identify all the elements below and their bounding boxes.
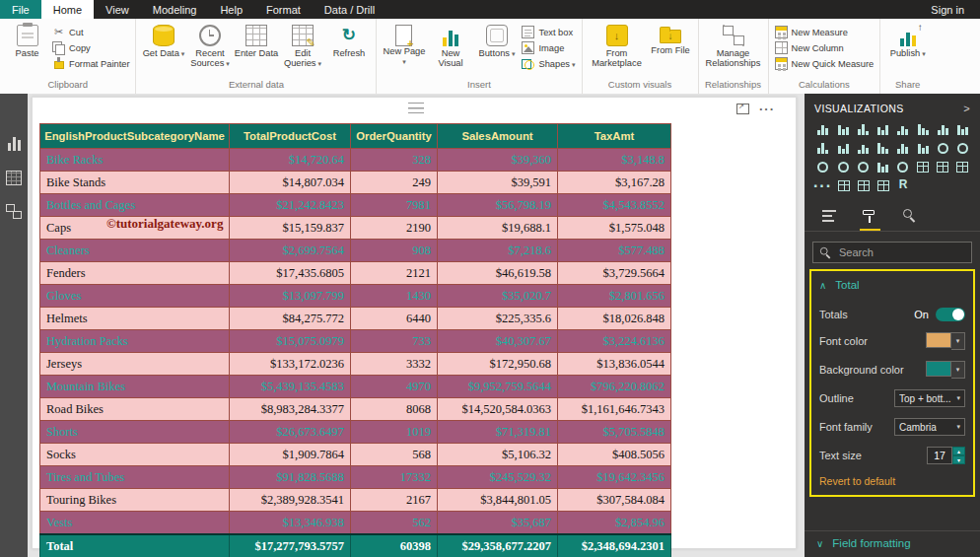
table-cell[interactable]: $91,828.5688 [230,466,351,489]
font-family-dropdown[interactable]: Cambria [894,418,965,436]
table-cell[interactable]: 1019 [351,421,438,444]
table-cell[interactable]: $13,346.938 [230,512,351,535]
table-cell[interactable]: $9,952,759.5644 [438,376,558,398]
sign-in-button[interactable]: Sign in [915,0,980,19]
text-size-input[interactable] [927,447,952,464]
table-cell[interactable]: 2190 [351,217,438,240]
table-cell[interactable]: $4,543.8552 [558,194,671,217]
table-cell[interactable]: $18,026.848 [558,308,671,330]
filled-map-icon[interactable] [855,159,872,173]
table-cell[interactable]: $8,983,284.3377 [230,398,351,421]
text-box-button[interactable]: Text box [522,26,575,38]
map-icon[interactable] [835,159,852,173]
background-color-picker[interactable] [926,361,965,379]
stacked-column-chart-icon[interactable] [835,121,852,135]
table-visual[interactable]: EnglishProductSubcategoryNameTotalProduc… [39,123,671,557]
treemap-icon[interactable] [813,159,832,173]
table-cell[interactable]: 2167 [351,489,438,512]
table-cell[interactable]: $35,020.7 [438,285,558,308]
table-cell[interactable]: Mountain Bikes [40,376,230,398]
revert-to-default-link[interactable]: Revert to default [819,475,965,487]
table-cell[interactable]: Helmets [40,308,230,330]
table-cell[interactable]: 249 [351,172,438,194]
table-cell[interactable]: 17332 [351,466,438,489]
r-script-icon[interactable] [894,177,911,191]
table-cell[interactable]: 1430 [351,285,438,308]
table-cell[interactable]: $5,705.5848 [558,421,671,444]
column-header[interactable]: TotalProductCost [230,124,351,149]
format-painter-button[interactable]: Format Painter [52,57,129,70]
tab-file[interactable]: File [0,0,41,19]
table-cell[interactable]: Bike Racks [40,149,230,172]
table-cell[interactable]: 4970 [351,376,438,398]
table-cell[interactable]: $3,148.8 [558,149,671,172]
table-cell[interactable]: Touring Bikes [40,489,230,512]
tab-modeling[interactable]: Modeling [141,0,209,19]
table-cell[interactable]: $13,097.799 [230,285,351,308]
ribbon-chart-icon[interactable] [875,140,891,154]
table-cell[interactable]: Tires and Tubes [40,466,230,489]
column-header[interactable]: OrderQuantity [351,124,438,149]
outline-dropdown[interactable]: Top + bott... [894,389,965,407]
column-header[interactable]: TaxAmt [558,124,671,149]
table-cell[interactable]: $172,950.68 [438,353,558,376]
table-cell[interactable]: $26,673.6497 [230,421,351,444]
table-cell[interactable]: $5,106.32 [438,444,558,466]
enter-data-button[interactable]: Enter Data [233,24,279,59]
tab-format[interactable]: Format [254,0,313,19]
table-cell[interactable]: $1,909.7864 [230,444,351,466]
font-color-picker[interactable] [926,332,965,350]
table-cell[interactable]: 908 [351,240,438,262]
table-cell[interactable]: 562 [351,512,438,535]
table-cell[interactable]: $14,720.64 [230,149,351,172]
table-cell[interactable]: $14,807.034 [230,172,351,194]
table-cell[interactable]: $225,335.6 [438,308,558,330]
data-view-button[interactable] [4,169,24,186]
table-cell[interactable]: $39,591 [438,172,558,194]
table-cell[interactable]: $796,220.8062 [558,376,671,398]
table-icon[interactable] [855,177,872,191]
table-cell[interactable]: Hydration Packs [40,330,230,353]
tab-home[interactable]: Home [41,0,94,19]
table-cell[interactable]: $133,172.0236 [230,353,351,376]
from-marketplace-button[interactable]: From Marketplace [587,24,648,70]
new-measure-button[interactable]: New Measure [775,26,875,38]
get-data-button[interactable]: Get Data [140,24,186,59]
table-cell[interactable]: Shorts [40,421,230,444]
table-cell[interactable]: Socks [40,444,230,466]
table-cell[interactable]: 328 [351,149,438,172]
table-cell[interactable]: $46,619.58 [438,262,558,285]
table-cell[interactable]: $56,798.19 [438,194,558,217]
table-cell[interactable]: Bike Stands [40,172,230,194]
table-cell[interactable]: $5,439,135.4583 [230,376,351,398]
cut-button[interactable]: Cut [52,26,129,38]
table-cell[interactable]: $71,319.81 [438,421,558,444]
table-cell[interactable]: $17,435.6805 [230,262,351,285]
table-cell[interactable]: $2,699.7564 [230,240,351,262]
table-cell[interactable]: Fenders [40,262,230,285]
tab-help[interactable]: Help [208,0,254,19]
spinner-down-icon[interactable] [952,455,965,464]
edit-queries-button[interactable]: Edit Queries [279,24,325,70]
table-cell[interactable]: $7,218.6 [438,240,558,262]
matrix-icon[interactable] [875,177,891,191]
total-card-header[interactable]: Total [818,273,966,297]
table-cell[interactable]: Vests [40,512,230,535]
new-page-button[interactable]: New Page [381,24,427,68]
table-cell[interactable]: $3,167.28 [558,172,671,194]
table-cell[interactable]: $2,801.656 [558,285,671,308]
collapse-panel-chevron-icon[interactable] [963,103,970,114]
table-cell[interactable]: Caps [40,217,230,240]
table-cell[interactable]: $84,275.772 [230,308,351,330]
refresh-button[interactable]: Refresh [325,24,372,59]
tab-data-drill[interactable]: Data / Drill [313,0,386,19]
buttons-button[interactable]: Buttons [473,24,520,59]
line-stacked-column-chart-icon[interactable] [855,140,872,154]
table-cell[interactable]: 3332 [351,353,438,376]
clustered-bar-chart-icon[interactable] [855,121,872,135]
column-header[interactable]: EnglishProductSubcategoryName [40,124,230,149]
tab-format[interactable] [863,209,877,231]
table-cell[interactable]: Road Bikes [40,398,230,421]
table-cell[interactable]: $2,854.96 [558,512,671,535]
table-cell[interactable]: $15,075.0979 [230,330,351,353]
